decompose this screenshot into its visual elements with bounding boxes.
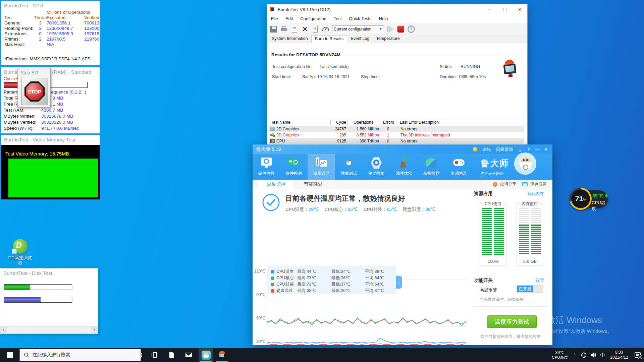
stop-time-value: - <box>382 74 383 79</box>
burnintest-video-window: BurnInTest - Video Memory Test Test Vide… <box>0 134 101 200</box>
high-temp-alarm-toggle[interactable]: 已开启 <box>517 285 543 293</box>
taskbar-search-box[interactable]: 在此键入进行搜索 <box>19 349 141 361</box>
ludashi-close-icon[interactable]: ✕ <box>544 147 548 152</box>
menu-configuration[interactable]: Configuration <box>300 16 326 21</box>
gauge-icon[interactable] <box>322 25 330 33</box>
table-row[interactable]: 2D Graphics 24767 1.560 Million 0 No err… <box>269 126 524 132</box>
document-app-button[interactable] <box>164 348 179 362</box>
mail-app-button[interactable] <box>181 348 196 362</box>
desktop-shortcut-dd-browser[interactable]: D ↗ DD高速浏览 器 <box>1 238 39 265</box>
weibo-icon <box>493 182 497 187</box>
status-value: RUNNING <box>461 64 480 69</box>
menu-edit[interactable]: Edit <box>285 16 293 21</box>
ops-group-header: Millions of Operations <box>47 10 99 15</box>
results-heading: Results for DESKTOP-5DVN74M <box>271 52 340 57</box>
stress-test-footer: 监控电脑散热能力，排查散热故障 <box>480 334 541 340</box>
optimize-memory-link[interactable]: 优化内存 <box>528 191 544 197</box>
dropdown-icon[interactable]: ▼ <box>527 147 530 151</box>
nav-temperature-manage[interactable]: 温度管理 <box>308 154 335 180</box>
chart-legend: CPU温度最高:44℃最低:34℃平均:39℃ CPU核心最高:73℃最低:36… <box>267 266 396 294</box>
nav-driver-detect[interactable]: 驱动检测 <box>363 154 390 180</box>
tray-expand-button[interactable]: ⌃ <box>570 348 579 362</box>
scroll-left-arrow[interactable]: ‹ <box>0 326 7 333</box>
nav-build-recommend[interactable]: 装机推荐 <box>418 154 445 180</box>
start-button[interactable] <box>0 348 19 362</box>
burnintest-app-icon <box>270 7 275 12</box>
cpu-window-title: BurnInTest - CPU <box>1 1 100 8</box>
menu-help[interactable]: Help <box>379 16 388 21</box>
document-icon <box>169 352 174 358</box>
stop-tests-icon[interactable] <box>397 25 405 33</box>
ime-indicator[interactable]: 中 <box>598 348 607 362</box>
ludashi-titlebar[interactable]: 鲁大师 5.19 论坛 问题反馈 ⭳ ▼ — ✕ <box>253 144 552 154</box>
task-view-button[interactable] <box>148 348 162 362</box>
ludashi-minimize-icon[interactable]: — <box>535 147 539 152</box>
ludashi-content: 目前各硬件温度均正常，散热情况良好 CPU温度：39℃ CPU核心：65℃ CP… <box>253 189 552 345</box>
start-tests-icon[interactable] <box>386 25 394 33</box>
cleanup-icon <box>397 157 410 169</box>
weibo-share-button[interactable]: 微博分享 <box>500 181 516 187</box>
nav-hardware-checkup[interactable]: 硬件体检 <box>253 154 280 180</box>
forum-link[interactable]: 论坛 <box>482 146 491 153</box>
menu-file[interactable]: File <box>271 16 278 21</box>
stop-button[interactable]: STOP <box>21 78 48 105</box>
menu-test[interactable]: Test <box>334 16 342 21</box>
config-file-label: Test configuration file: <box>272 64 313 69</box>
ludashi-taskbar-button[interactable] <box>199 348 213 362</box>
tray-cpu-temp[interactable]: 39℃ CPU温度 <box>549 348 570 362</box>
report-icon[interactable] <box>290 25 299 33</box>
configuration-select[interactable]: Current configuration▼ <box>332 25 384 33</box>
memory-usage-gauge: 内存使用 5.6 GB <box>517 203 543 266</box>
maximize-button[interactable]: ☐ <box>497 4 512 14</box>
cpu-usage-value: 100% <box>480 259 506 264</box>
network-globe-icon[interactable] <box>579 348 588 362</box>
notification-badge: 3 <box>638 355 642 359</box>
tab-temp-monitor[interactable]: 温度监控 <box>258 180 295 189</box>
delete-icon[interactable]: ✕ <box>301 25 309 33</box>
menu-quick-tests[interactable]: Quick Tests <box>349 16 372 21</box>
tab-energy-saving[interactable]: 节能降温 <box>295 180 332 189</box>
tab-event-log[interactable]: Event Log <box>347 35 373 43</box>
cpu-usage-ring[interactable]: 71% <box>570 188 592 210</box>
feedback-link[interactable]: 问题反馈 <box>496 146 513 153</box>
video-test-pattern <box>8 159 98 197</box>
certificate-icon[interactable] <box>311 25 319 33</box>
save-screenshot-button[interactable]: 保存截屏 <box>530 181 546 187</box>
scroll-right-arrow[interactable]: › <box>91 326 98 333</box>
notification-center-button[interactable]: 3 <box>631 348 644 362</box>
main-window-title: BurnInTest V8.1 Pro (1012) <box>278 7 331 12</box>
nav-performance-test[interactable]: 性能测试 <box>335 154 363 180</box>
print-icon[interactable] <box>280 25 288 33</box>
temp-stress-test-button[interactable]: 温度压力测试 <box>487 315 537 328</box>
save-icon[interactable] <box>270 25 278 33</box>
settings-link[interactable]: 设置 <box>536 278 544 284</box>
stop-bit-popup: Stop BIT STOP <box>17 68 51 108</box>
results-table-header: Test Name Cycle Operations Errors Last E… <box>269 119 524 126</box>
burnintest-taskbar-button[interactable] <box>215 348 229 362</box>
cortana-button[interactable] <box>131 348 146 362</box>
tab-burn-in-results[interactable]: Burn In Results <box>311 35 347 43</box>
help-icon[interactable]: ? <box>407 25 415 33</box>
config-file-value: LastUsed.bitcfg <box>320 64 348 69</box>
performance-test-icon <box>342 157 355 169</box>
close-button[interactable]: ✕ <box>512 4 527 14</box>
nav-game-select[interactable]: 游戏精选 <box>445 154 473 180</box>
nav-hardware-detect[interactable]: 硬件检测 <box>280 154 308 180</box>
download-icon[interactable]: ⭳ <box>518 147 522 152</box>
disk-window-scrollbar[interactable]: ‹ › <box>0 326 98 333</box>
main-titlebar[interactable]: BurnInTest V8.1 Pro (1012) ─ ☐ ✕ <box>267 4 527 14</box>
table-row[interactable]: CPU 9125 390 Trillion 0 No errors <box>269 138 524 144</box>
nav-cleanup[interactable]: 清理优化 <box>390 154 418 180</box>
tab-system-information[interactable]: System Information <box>268 35 311 43</box>
table-row-error[interactable]: 3D Graphics 285 8.552 Million 1 The 3D t… <box>269 132 524 138</box>
legend-collapse-button[interactable]: ‹ <box>396 276 402 289</box>
minimize-button[interactable]: ─ <box>482 4 497 14</box>
task-view-icon <box>152 352 158 358</box>
desktop: 激活 Windows 转到“设置”以激活 Windows。 D ↗ DD高速浏览… <box>0 0 644 362</box>
tab-temperature[interactable]: Temperature <box>373 35 403 43</box>
2d-graphics-icon <box>270 127 275 131</box>
volume-icon[interactable] <box>588 348 598 362</box>
stop-sign-icon: STOP <box>24 81 45 102</box>
tray-clock[interactable]: 8:33 2021/4/12 <box>607 348 631 362</box>
screenshot-camera-icon <box>522 182 528 186</box>
